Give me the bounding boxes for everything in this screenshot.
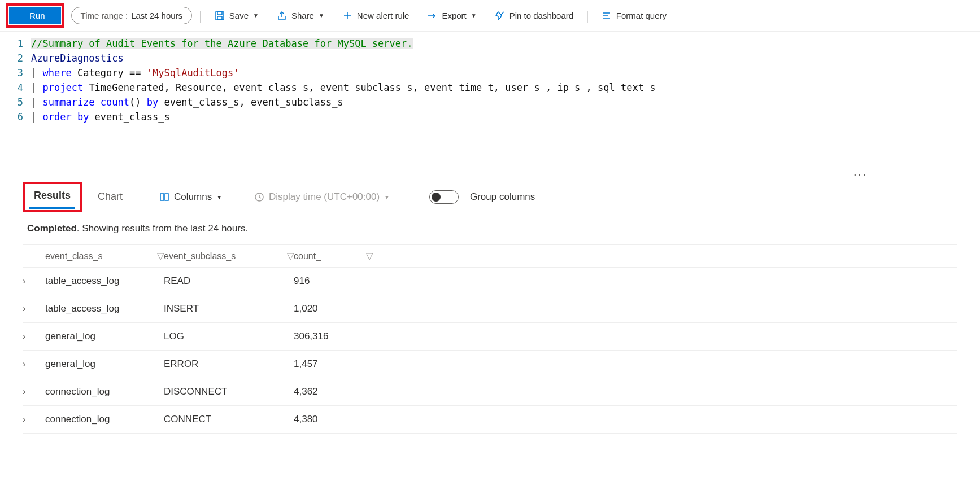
share-icon [277,11,287,21]
filter-icon[interactable]: ▽ [157,251,164,261]
separator [143,189,143,205]
status-rest: . Showing results from the last 24 hours… [77,223,248,234]
toolbar: Run Time range : Last 24 hours | Save ▼ … [0,0,980,32]
run-highlight: Run [6,3,64,28]
tab-results[interactable]: Results [29,185,75,209]
column-header[interactable]: count_▽ [294,251,373,261]
expand-icon[interactable]: › [23,275,45,287]
save-icon [215,11,225,21]
table-row[interactable]: ›table_access_logREAD916 [23,268,957,295]
columns-label: Columns [174,191,212,203]
cell: LOG [164,331,294,342]
clock-icon [254,192,264,202]
status-line: Completed. Showing results from the last… [0,213,980,244]
pin-icon [495,11,505,21]
new-alert-label: New alert rule [357,11,410,20]
cell: table_access_log [45,275,164,287]
chevron-down-icon: ▼ [319,12,324,19]
export-label: Export [442,11,466,20]
results-highlight: Results [23,182,82,212]
cell: ERROR [164,358,294,370]
query-editor[interactable]: 123456 //Summary of Audit Events for the… [0,32,980,167]
svg-rect-3 [160,194,164,200]
table-row[interactable]: ›table_access_logINSERT1,020 [23,295,957,323]
cell: READ [164,275,294,287]
results-table: event_class_s▽ event_subclass_s▽ count_▽… [0,244,980,434]
separator: | [199,8,202,23]
save-label: Save [229,11,249,20]
cell: 306,316 [294,331,373,342]
separator [238,189,238,205]
filter-icon[interactable]: ▽ [287,251,294,261]
new-alert-button[interactable]: New alert rule [337,7,415,24]
expand-icon[interactable]: › [23,414,45,425]
separator: | [586,8,589,23]
cell: 4,362 [294,386,373,397]
display-time-button[interactable]: Display time (UTC+00:00) ▼ [254,191,390,203]
status-completed: Completed [27,223,77,234]
expand-icon[interactable]: › [23,358,45,370]
svg-rect-1 [217,12,222,15]
cell: general_log [45,331,164,342]
column-header[interactable]: event_class_s▽ [45,251,164,261]
columns-button[interactable]: Columns ▼ [159,191,222,203]
cell: CONNECT [164,414,294,425]
table-row[interactable]: ›connection_logDISCONNECT4,362 [23,378,957,406]
cell: 916 [294,275,373,287]
svg-rect-0 [216,12,224,20]
format-label: Format query [616,11,667,20]
group-columns-toggle[interactable] [429,190,459,204]
expand-icon[interactable]: › [23,331,45,342]
cell: connection_log [45,414,164,425]
svg-rect-2 [217,16,222,20]
svg-rect-4 [165,194,168,200]
cell: 4,380 [294,414,373,425]
save-button[interactable]: Save ▼ [209,7,264,24]
cell: INSERT [164,303,294,314]
chevron-down-icon: ▼ [471,12,477,19]
table-header: event_class_s▽ event_subclass_s▽ count_▽ [23,244,957,268]
chevron-down-icon: ▼ [384,194,390,200]
cell: table_access_log [45,303,164,314]
display-time-label: Display time (UTC+00:00) [269,191,380,203]
result-tabs-row: Results Chart Columns ▼ Display time (UT… [0,182,980,213]
expand-icon[interactable]: › [23,386,45,397]
columns-icon [159,192,169,202]
tab-chart[interactable]: Chart [93,186,127,208]
export-icon [427,11,437,21]
share-button[interactable]: Share ▼ [271,7,330,24]
share-label: Share [291,11,314,20]
format-query-button[interactable]: Format query [596,7,672,24]
export-button[interactable]: Export ▼ [421,7,482,24]
time-range-label: Time range : [81,11,128,20]
table-row[interactable]: ›general_logERROR1,457 [23,351,957,378]
pin-label: Pin to dashboard [509,11,573,20]
cell: connection_log [45,386,164,397]
expand-icon[interactable]: › [23,303,45,314]
cell: 1,020 [294,303,373,314]
cell: 1,457 [294,358,373,370]
column-header[interactable]: event_subclass_s▽ [164,251,294,261]
line-gutter: 123456 [0,36,31,156]
plus-icon [342,11,352,21]
filter-icon[interactable]: ▽ [366,251,373,261]
format-icon [602,11,612,21]
pin-button[interactable]: Pin to dashboard [489,7,579,24]
table-row[interactable]: ›connection_logCONNECT4,380 [23,406,957,434]
more-menu[interactable]: ··· [0,167,980,182]
run-label: Run [29,11,45,20]
time-range-picker[interactable]: Time range : Last 24 hours [71,7,193,24]
code-content: //Summary of Audit Events for the Azure … [31,36,655,156]
cell: general_log [45,358,164,370]
table-row[interactable]: ›general_logLOG306,316 [23,323,957,351]
run-button[interactable]: Run [9,7,61,24]
time-range-value: Last 24 hours [131,11,182,20]
chevron-down-icon: ▼ [216,194,222,200]
group-columns-label: Group columns [470,191,535,203]
chevron-down-icon: ▼ [253,12,259,19]
cell: DISCONNECT [164,386,294,397]
